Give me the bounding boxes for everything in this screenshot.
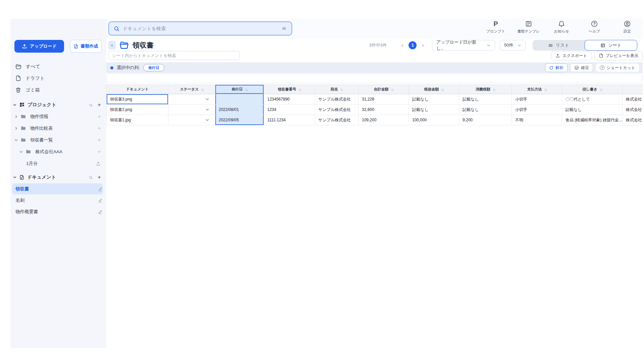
column-header-receipt-no[interactable]: 領収書番号↑↓ — [264, 84, 315, 94]
view-list-button[interactable]: リスト — [533, 40, 585, 51]
settings-button[interactable]: 設定 — [615, 20, 639, 34]
chevron-down-icon[interactable] — [12, 175, 17, 180]
cell-note[interactable]: 食品 (軽減税率対象) 雑貨代金... — [562, 115, 623, 125]
cell-receipt-no[interactable]: 1111-1234 — [264, 115, 315, 125]
projects-add-icon[interactable]: + — [98, 102, 101, 108]
sidebar-item-draft[interactable]: ドラフト — [10, 72, 106, 84]
export-button[interactable]: エクスポート — [551, 51, 591, 60]
cell-total[interactable]: 31,226 — [359, 94, 409, 105]
cell-issue-date[interactable]: 2022/09/05 — [215, 115, 264, 125]
sidebar-folder-bukken-joho[interactable]: 物件情報 + — [10, 111, 106, 122]
sort-icon[interactable]: ↑↓ — [493, 87, 495, 92]
cell-tax-excluded[interactable]: 記載なし — [409, 105, 459, 115]
documents-add-icon[interactable]: + — [98, 174, 101, 180]
folder-add-icon[interactable]: + — [98, 137, 101, 143]
sidebar-folder-ryoshusho-ichiran[interactable]: 領収書一覧 + — [10, 134, 106, 146]
cell-issue-date[interactable]: 2022/08/01 — [215, 105, 264, 115]
export-tray-icon[interactable] — [96, 161, 101, 166]
documents-sort-icon[interactable]: ↑↓ — [89, 175, 92, 180]
column-header-tax[interactable]: 消費税額↑↓ — [459, 84, 512, 94]
sidebar-section-documents[interactable]: ドキュメント ↑↓ + — [10, 171, 106, 183]
cell-payment[interactable]: 小切手 — [512, 105, 562, 115]
page-size-dropdown[interactable]: 50件 — [500, 40, 526, 51]
sheet-search-input[interactable] — [108, 51, 240, 60]
folder-add-icon[interactable]: + — [98, 114, 101, 119]
create-document-button[interactable]: 書類作成 — [70, 40, 102, 53]
cell-note[interactable]: 〇〇代として — [562, 94, 623, 105]
cell-payment[interactable]: 小切手 — [512, 94, 562, 105]
cell-addressee[interactable]: サンプル株式会社 — [315, 115, 359, 125]
cell-issue-date[interactable] — [215, 94, 264, 105]
sidebar-sheet-meishi[interactable]: 名刺 — [12, 195, 103, 206]
sidebar-item-trash[interactable]: ゴミ箱 — [10, 84, 106, 96]
cell-issuer[interactable]: 株式会社マネー — [623, 105, 643, 115]
cell-document[interactable]: 領収書1.jpg — [106, 115, 168, 125]
cell-issuer[interactable]: 株式会社マネー — [623, 94, 643, 105]
column-header-issue-date[interactable]: 発行日↑↓ — [215, 84, 264, 94]
global-search-input[interactable] — [123, 26, 278, 31]
sort-icon[interactable]: ↑↓ — [544, 87, 547, 92]
chevron-down-icon[interactable] — [14, 138, 18, 142]
column-header-tax-excluded[interactable]: 税抜金額↑↓ — [409, 84, 459, 94]
sort-icon[interactable]: ↑↓ — [299, 87, 301, 92]
edit-pencil-icon[interactable] — [98, 209, 103, 214]
cell-total[interactable]: 109,200 — [359, 115, 409, 125]
edit-pencil-icon[interactable] — [98, 198, 103, 203]
show-preview-button[interactable]: プレビューを表示 — [594, 51, 643, 60]
chevron-right-icon[interactable] — [14, 126, 18, 130]
chevron-down-icon[interactable] — [12, 103, 17, 107]
cell-tax[interactable]: 9,200 — [459, 115, 512, 125]
prompt-button[interactable]: P プロンプト — [484, 20, 508, 34]
cell-payment[interactable]: 不明 — [512, 115, 562, 125]
analyze-button[interactable]: 解析 — [545, 63, 568, 72]
current-page[interactable]: 1 — [409, 41, 417, 49]
chevron-down-icon[interactable] — [19, 150, 23, 154]
view-sheet-button[interactable]: シート — [585, 40, 637, 51]
cell-status[interactable] — [168, 115, 215, 125]
sidebar-item-january[interactable]: 1月分 — [10, 158, 106, 169]
cell-document[interactable]: 領収書2.png — [106, 105, 168, 115]
chevron-down-icon[interactable] — [205, 107, 210, 112]
selected-column-pill[interactable]: 発行日 — [143, 64, 164, 71]
sort-icon[interactable]: ↑↓ — [391, 87, 393, 92]
sidebar-folder-bukken-hikaku[interactable]: 物件比較表 + — [10, 122, 106, 134]
sidebar-folder-kabushiki-aaa[interactable]: 株式会社AAA + — [10, 146, 106, 158]
prev-page-icon[interactable]: ‹ — [401, 42, 403, 48]
cell-status[interactable] — [168, 105, 215, 115]
template-button[interactable]: 書類テンプレ — [517, 20, 541, 34]
sort-icon[interactable]: ↑↓ — [441, 87, 444, 92]
global-search[interactable] — [108, 21, 292, 36]
confirm-button[interactable]: 確定 — [570, 63, 593, 72]
column-header-payment[interactable]: 支払方法↑↓ — [512, 84, 562, 94]
cell-document[interactable]: 領収書3.png — [106, 94, 168, 105]
cell-tax-excluded[interactable]: 100,000 — [409, 115, 459, 125]
column-header-addressee[interactable]: 宛名↑↓ — [315, 84, 359, 94]
sidebar-sheet-ryoshusho[interactable]: 領収書 — [12, 183, 103, 194]
cell-tax-excluded[interactable]: 記載なし — [409, 94, 459, 105]
notifications-button[interactable]: お知らせ — [549, 20, 574, 34]
edit-pencil-icon[interactable] — [98, 186, 103, 191]
chevron-down-icon[interactable] — [205, 118, 210, 122]
sort-icon[interactable]: ↑↓ — [600, 87, 602, 92]
cell-receipt-no[interactable]: 1234567890 — [264, 94, 315, 105]
upload-button[interactable]: アップロード — [14, 40, 64, 53]
sort-dropdown[interactable]: アップロード日が新し.. — [432, 40, 495, 51]
cell-addressee[interactable]: サンプル株式会社 — [315, 105, 359, 115]
folder-add-icon[interactable]: + — [98, 149, 101, 155]
cell-status[interactable] — [168, 94, 215, 105]
column-header-note[interactable]: 但し書き↑↓ — [562, 84, 623, 94]
column-header-total[interactable]: 合計金額↑↓ — [359, 84, 409, 94]
sidebar-item-all[interactable]: すべて — [10, 61, 106, 72]
back-button[interactable]: ‹ — [108, 41, 116, 50]
sort-icon[interactable]: ↑↓ — [201, 87, 204, 92]
folder-add-icon[interactable]: + — [98, 125, 101, 131]
help-button[interactable]: ヘルプ — [582, 20, 606, 34]
column-header-issuer[interactable]: 発行 — [623, 84, 643, 94]
sidebar-section-projects[interactable]: プロジェクト ↑↓ + — [10, 99, 106, 111]
column-header-document[interactable]: ドキュメント — [106, 84, 168, 94]
sort-icon[interactable]: ↑↓ — [340, 87, 343, 92]
sidebar-sheet-bukken-gaiyosho[interactable]: 物件概要書 — [12, 206, 103, 217]
cell-tax[interactable]: 記載なし — [459, 105, 512, 115]
formula-bar[interactable] — [107, 74, 642, 83]
column-header-status[interactable]: ステータス↑↓ — [168, 84, 215, 94]
